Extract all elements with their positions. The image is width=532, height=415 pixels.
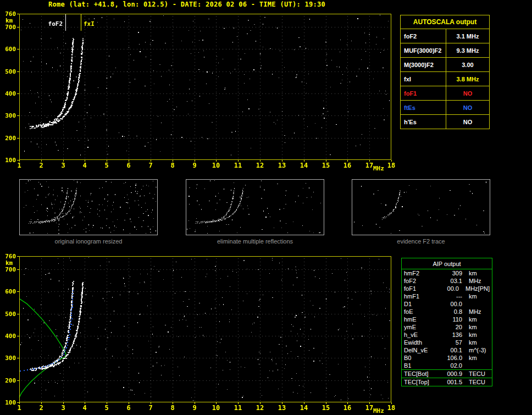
param-label: B0 [404,354,439,362]
profile-ionogram-plot [0,250,398,415]
autoscala-row: ftEsNO [401,101,490,115]
param-label: foE [404,308,439,316]
param-value: 57 [439,339,462,346]
param-value: 0.8 [439,308,462,316]
param-label: foF2 [404,277,439,285]
param-value: 00.0 [437,285,459,292]
param-label: Ewidth [404,339,439,346]
param-unit: km [469,292,477,300]
param-label: h_vE [404,331,439,339]
param-value: 136 [439,331,462,339]
aip-row: hmF1---km [402,292,492,300]
param-value: 00.1 [439,346,462,354]
aip-row: foF100.0MHz[PN] [402,285,492,292]
param-unit: TECU [469,378,485,386]
param-unit: TECU [469,370,485,378]
aip-row: Ewidth57km [402,339,492,346]
param-value: 106.0 [439,354,462,362]
param-label: TEC[Bot] [404,370,439,378]
param-label: foF2 [401,29,446,43]
param-label: foF1 [404,285,437,292]
param-value: 3.00 [446,58,489,72]
main-ionogram-plot [0,8,398,173]
param-value: --- [439,292,462,300]
aip-row: D100.0 [402,300,492,308]
param-unit: m^(-3) [469,346,486,354]
param-value: 3.8 MHz [446,72,489,86]
param-unit: km [469,354,477,362]
param-value: 000.9 [439,370,462,378]
param-unit: km [469,269,477,277]
param-label: DelN_vE [404,346,439,354]
param-unit: km [469,316,477,323]
param-value: 03.1 [439,277,462,285]
aip-row: h_vE136km [402,331,492,339]
param-unit: km [469,331,477,339]
aip-row: foE0.8MHz [402,308,492,316]
param-label: ftEs [401,101,446,115]
aip-table-body: hmF2309kmfoF203.1MHzfoF100.0MHz[PN]hmF1-… [402,269,492,386]
aip-row: DelN_vE00.1m^(-3) [402,346,492,354]
param-value: NO [446,101,489,115]
param-label: TEC[Top] [404,378,439,386]
autoscala-row: MUF(3000)F29.3 MHz [401,43,490,58]
panel-caption-f2: evidence F2 trace [352,238,490,245]
param-value: NO [446,86,489,101]
page-title: Rome (lat: +41.8, lon: 012.5) - DATE: 20… [48,1,325,8]
param-label: hmF1 [404,292,439,300]
param-label: B1 [404,362,439,369]
aip-row: TEC[Bot]000.9TECU [402,369,492,378]
aip-row: B0106.0km [402,354,492,362]
autoscala-table-header: AUTOSCALA output [401,15,490,29]
panel-evidence-f2-trace [352,179,490,235]
aip-output-panel: AIP output hmF2309kmfoF203.1MHzfoF100.0M… [401,258,492,386]
param-value: 3.1 MHz [446,29,489,43]
param-label: h'Es [401,115,446,129]
aip-row: foF203.1MHz [402,277,492,285]
param-value: 001.5 [439,378,462,386]
autoscala-header-row: AUTOSCALA output [401,15,490,29]
autoscala-output-table: AUTOSCALA output foF23.1 MHzMUF(3000)F29… [400,15,490,129]
aip-row: hmF2309km [402,269,492,277]
param-label: D1 [404,300,439,308]
param-label: ymE [404,323,439,331]
param-label: MUF(3000)F2 [401,43,446,58]
param-value: NO [446,115,489,129]
autoscala-row: fxI3.8 MHz [401,72,490,86]
aip-row: ymE20km [402,323,492,331]
autoscala-row: foF1NO [401,86,490,101]
param-value: 9.3 MHz [446,43,489,58]
param-label: M(3000)F2 [401,58,446,72]
param-unit: MHz [465,285,478,292]
param-value: 00.0 [439,300,462,308]
param-unit: km [469,323,477,331]
param-value: 02.0 [439,362,462,369]
panel-caption-multiples: eliminate multiple reflections [186,238,324,245]
param-unit: km [469,339,477,346]
param-label: hmF2 [404,269,439,277]
param-unit: MHz [469,308,481,316]
autoscala-row: h'EsNO [401,115,490,129]
param-note: [PN] [478,285,490,292]
param-label: hmE [404,316,439,323]
aip-row: B102.0 [402,362,492,369]
aip-panel-header: AIP output [402,258,492,269]
panel-original-ionogram [19,179,158,235]
param-value: 309 [439,269,462,277]
autoscala-row: M(3000)F23.00 [401,58,490,72]
aip-row: hmE110km [402,316,492,323]
param-label: foF1 [401,86,446,101]
panel-eliminate-multiples [186,179,324,235]
param-value: 20 [439,323,462,331]
param-value: 110 [439,316,462,323]
param-label: fxI [401,72,446,86]
param-unit: MHz [469,277,481,285]
autoscala-table-body: foF23.1 MHzMUF(3000)F29.3 MHzM(3000)F23.… [401,29,490,129]
panel-caption-original: original ionogram resized [19,238,158,245]
autoscala-screen: Rome (lat: +41.8, lon: 012.5) - DATE: 20… [0,0,532,415]
aip-row: TEC[Top]001.5TECU [402,378,492,386]
autoscala-row: foF23.1 MHz [401,29,490,43]
